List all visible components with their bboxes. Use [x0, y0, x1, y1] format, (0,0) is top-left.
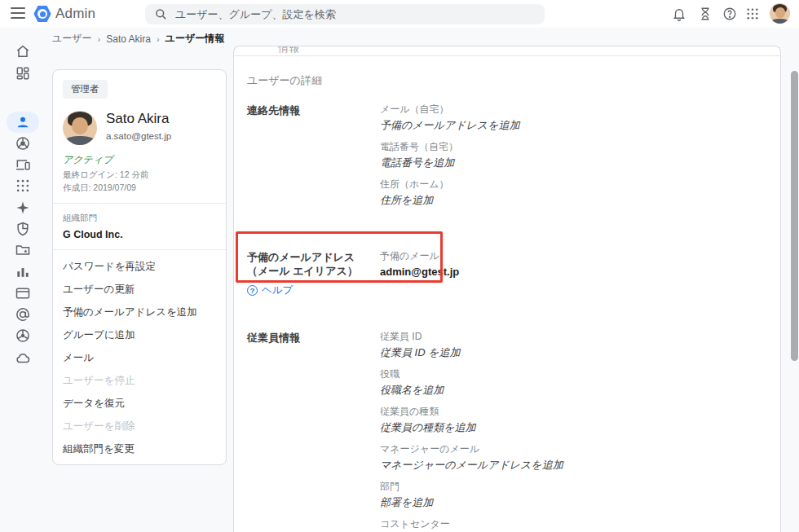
menu-icon[interactable]	[11, 7, 25, 19]
add-manager-email-link[interactable]: マネージャーのメールアドレスを追加	[380, 458, 780, 472]
apps-icon[interactable]	[15, 178, 31, 194]
user-name: Sato Akira	[106, 111, 171, 127]
devices-icon[interactable]	[15, 156, 31, 173]
dashboard-icon[interactable]	[15, 65, 31, 81]
action-change-org-unit[interactable]: 組織部門を変更	[53, 437, 226, 459]
action-email[interactable]: メール	[53, 345, 226, 368]
status-badge: アクティブ	[63, 153, 216, 167]
contact-info-section: 連絡先情報 メール（自宅） 予備のメールアドレスを追加 電話番号（自宅） 電話番…	[234, 103, 780, 216]
add-employee-id-link[interactable]: 従業員 ID を追加	[380, 345, 780, 359]
breadcrumb-user-name[interactable]: Sato Akira	[106, 33, 151, 45]
field-employee-id: 従業員 ID 従業員 ID を追加	[380, 331, 780, 359]
user-summary-card: 管理者 Sato Akira a.sato@gtest.jp アクティブ 最終ロ…	[52, 69, 227, 465]
gemini-sparkle-icon[interactable]	[15, 200, 31, 216]
directory-users-icon[interactable]	[15, 114, 31, 130]
admin-logo-icon[interactable]	[33, 5, 51, 23]
add-employee-type-link[interactable]: 従業員の種類を追加	[380, 420, 780, 434]
left-nav-rail	[0, 28, 46, 532]
recovery-email-title: 予備のメールアドレス（メール エイリアス）	[247, 250, 380, 278]
employee-info-section: 従業員情報 従業員 ID 従業員 ID を追加 役職 役職名を追加 従業員の種類…	[234, 331, 780, 532]
field-employee-type: 従業員の種類 従業員の種類を追加	[380, 406, 780, 434]
vertical-scrollbar-thumb[interactable]	[791, 71, 798, 361]
home-icon[interactable]	[15, 43, 31, 59]
created-date-text: 作成日: 2019/07/09	[63, 182, 216, 193]
admin-role-badge: 管理者	[63, 80, 108, 99]
recovery-email-section: 予備のメールアドレス（メール エイリアス） ? ヘルプ 予備のメール admin…	[234, 250, 780, 297]
breadcrumb-users[interactable]: ユーザー	[52, 32, 92, 46]
details-section-header: ユーザーの詳細	[247, 73, 780, 88]
cloud-icon[interactable]	[15, 350, 31, 366]
tasks-hourglass-icon[interactable]	[698, 7, 713, 21]
field-cost-center: コストセンター コストセンターを追加	[380, 518, 780, 532]
folder-icon[interactable]	[15, 242, 31, 258]
breadcrumb: ユーザー › Sato Akira › ユーザー情報	[52, 32, 224, 46]
action-add-to-groups[interactable]: グループに追加	[53, 323, 226, 345]
action-delete-user: ユーザーを削除	[53, 414, 226, 437]
user-actions-list: パスワードを再設定 ユーザーの更新 予備のメールアドレスを追加 グループに追加 …	[53, 250, 226, 459]
field-home-phone: 電話番号（自宅） 電話番号を追加	[380, 141, 780, 169]
help-circle-icon: ?	[247, 285, 258, 296]
add-recovery-email-link[interactable]: 予備のメールアドレスを追加	[380, 118, 780, 132]
divider	[53, 203, 226, 204]
chevron-right-icon: ›	[98, 34, 101, 44]
field-manager-email: マネージャーのメール マネージャーのメールアドレスを追加	[380, 443, 780, 472]
field-job-title: 役職 役職名を追加	[380, 368, 780, 397]
action-update-user[interactable]: ユーザーの更新	[53, 277, 226, 300]
user-email: a.sato@gtest.jp	[106, 131, 171, 141]
billing-card-icon[interactable]	[15, 285, 31, 301]
search-bar[interactable]	[145, 4, 545, 24]
add-department-link[interactable]: 部署を追加	[380, 495, 780, 509]
account-avatar[interactable]	[770, 3, 790, 24]
field-home-address: 住所（ホーム） 住所を追加	[380, 178, 780, 207]
user-details-panel: 情報 ユーザーの詳細 連絡先情報 メール（自宅） 予備のメールアドレスを追加 電…	[233, 46, 781, 532]
help-icon[interactable]	[722, 7, 737, 21]
notifications-bell-icon[interactable]	[672, 7, 686, 21]
action-suspend-user: ユーザーを停止	[53, 368, 226, 391]
action-add-recovery-email[interactable]: 予備のメールアドレスを追加	[53, 300, 226, 323]
reporting-chart-icon[interactable]	[15, 264, 31, 280]
recovery-email-value: admin@gtest.jp	[380, 265, 780, 279]
action-restore-data[interactable]: データを復元	[53, 391, 226, 414]
last-login-text: 最終ログイン: 12 分前	[63, 169, 216, 180]
breadcrumb-current: ユーザー情報	[166, 32, 225, 46]
top-app-bar: Admin	[0, 0, 799, 28]
apps-grid-icon[interactable]	[745, 7, 760, 21]
clipped-scrolled-text: 情報	[234, 46, 780, 56]
chevron-right-icon: ›	[157, 34, 160, 44]
help-link[interactable]: ? ヘルプ	[247, 284, 380, 297]
action-reset-password[interactable]: パスワードを再設定	[53, 254, 226, 277]
user-photo[interactable]	[63, 111, 97, 145]
security-shield-icon[interactable]	[15, 221, 31, 237]
search-icon	[155, 8, 167, 20]
add-job-title-link[interactable]: 役職名を追加	[380, 383, 780, 397]
add-phone-link[interactable]: 電話番号を追加	[380, 156, 780, 169]
add-address-link[interactable]: 住所を追加	[380, 193, 780, 207]
app-title: Admin	[55, 6, 95, 22]
field-recovery-email: 予備のメール admin@gtest.jp	[380, 250, 780, 279]
at-domains-icon[interactable]	[15, 306, 31, 323]
contact-info-title: 連絡先情報	[247, 103, 380, 216]
org-unit-value: G Cloud Inc.	[63, 229, 216, 240]
employee-info-title: 従業員情報	[247, 331, 380, 532]
browser-chrome-icon[interactable]	[15, 135, 31, 152]
field-home-email: メール（自宅） 予備のメールアドレスを追加	[380, 103, 780, 132]
search-input[interactable]	[175, 8, 518, 20]
org-unit-label: 組織部門	[63, 213, 216, 224]
account-wheel-icon[interactable]	[15, 328, 31, 344]
field-department: 部門 部署を追加	[380, 481, 780, 509]
